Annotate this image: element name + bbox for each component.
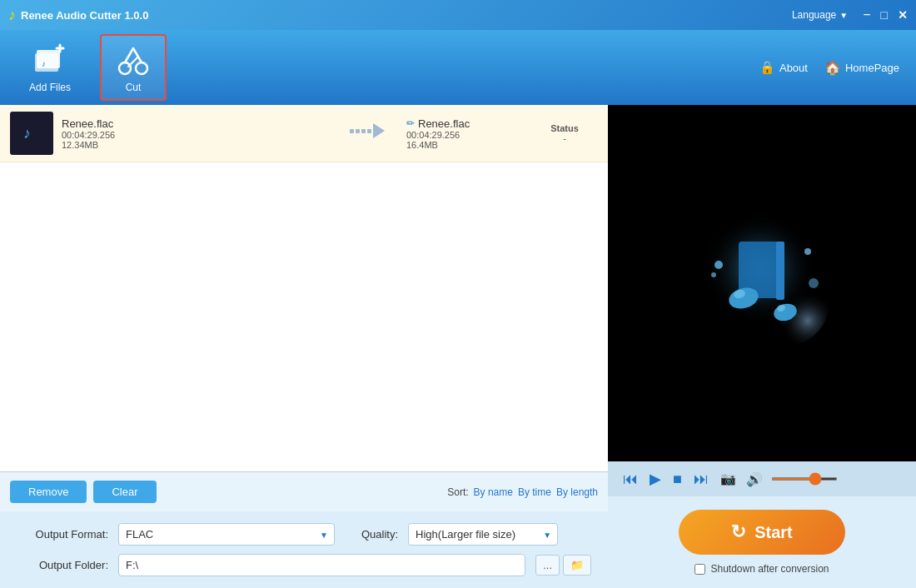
output-filename: ✏ Renee.flac: [406, 117, 523, 130]
about-label: About: [779, 62, 808, 74]
cut-icon: [115, 42, 152, 78]
folder-label: Output Folder:: [17, 559, 108, 571]
play-button[interactable]: ▶: [648, 468, 663, 490]
shutdown-checkbox[interactable]: [694, 564, 705, 575]
svg-point-28: [809, 278, 819, 288]
svg-rect-1: [35, 53, 58, 72]
svg-text:♪: ♪: [42, 59, 46, 68]
remove-button[interactable]: Remove: [10, 481, 87, 503]
start-button[interactable]: ↺ Start: [679, 510, 845, 555]
folder-buttons: ... 📁: [535, 555, 591, 576]
svg-point-5: [119, 62, 131, 74]
status-badge: -: [531, 133, 598, 143]
cut-button[interactable]: Cut: [100, 34, 167, 101]
start-label: Start: [754, 523, 793, 542]
status-label: Status: [531, 123, 598, 133]
svg-rect-13: [356, 129, 360, 133]
source-size: 12.34MB: [62, 140, 331, 150]
quality-select-wrapper: High(Larger file size) Medium Low: [408, 523, 558, 546]
sort-by-time-link[interactable]: By time: [518, 486, 551, 498]
folder-row: Output Folder: ... 📁: [17, 554, 591, 576]
sort-area: Sort: By name By time By length: [447, 486, 598, 498]
svg-point-25: [714, 261, 723, 269]
svg-text:♪: ♪: [23, 125, 31, 142]
format-row: Output Format: FLAC MP3 AAC WAV Quality:…: [17, 523, 591, 546]
edit-icon: ✏: [406, 117, 415, 129]
music-visual: [695, 217, 829, 350]
main-layout: ♪ Renee.flac 00:04:29.256 12.34MB: [0, 105, 916, 588]
toolbar: ♪ Add Files Cut 🔒 About 🏠 HomePage: [0, 30, 916, 105]
homepage-label: HomePage: [845, 62, 899, 74]
file-thumbnail: ♪: [10, 112, 53, 155]
svg-rect-10: [17, 118, 47, 148]
svg-point-26: [711, 272, 716, 277]
file-list: ♪ Renee.flac 00:04:29.256 12.34MB: [0, 105, 608, 472]
app-logo-icon: ♪: [8, 7, 16, 24]
sort-by-name-link[interactable]: By name: [474, 486, 513, 498]
skip-forward-button[interactable]: ⏭: [692, 469, 710, 490]
player-controls: ⏮ ▶ ■ ⏭ 📷 🔊: [608, 461, 916, 496]
skip-back-button[interactable]: ⏮: [621, 469, 640, 490]
stop-button[interactable]: ■: [671, 469, 684, 490]
arrow-icon: [340, 122, 398, 145]
quality-select[interactable]: High(Larger file size) Medium Low: [408, 523, 558, 546]
camera-icon: 📷: [720, 471, 736, 486]
shutdown-label: Shutdown after conversion: [710, 563, 829, 575]
about-link[interactable]: 🔒 About: [759, 60, 808, 75]
volume-slider[interactable]: [771, 477, 838, 481]
status-area: Status -: [531, 123, 598, 143]
add-files-icon: ♪: [32, 42, 68, 78]
window-controls: − □ ✕: [863, 8, 908, 22]
play-icon: ▶: [650, 470, 661, 488]
right-panel: ⏮ ▶ ■ ⏭ 📷 🔊 ↺ Start: [608, 105, 916, 588]
list-controls: Remove Clear Sort: By name By time By le…: [0, 472, 608, 511]
volume-icon: 🔊: [746, 471, 763, 487]
output-size: 16.4MB: [406, 140, 523, 150]
svg-rect-14: [361, 129, 366, 133]
format-label: Output Format:: [17, 528, 108, 541]
add-files-button[interactable]: ♪ Add Files: [17, 34, 83, 101]
clear-button[interactable]: Clear: [93, 481, 156, 503]
source-duration: 00:04:29.256: [62, 130, 331, 140]
table-row: ♪ Renee.flac 00:04:29.256 12.34MB: [0, 105, 608, 162]
svg-rect-12: [350, 129, 354, 133]
open-folder-button[interactable]: 📁: [563, 555, 591, 576]
title-bar: ♪ Renee Audio Cutter 1.0.0 Language ▼ − …: [0, 0, 916, 30]
refresh-icon: ↺: [731, 521, 746, 543]
output-settings: Output Format: FLAC MP3 AAC WAV Quality:…: [0, 511, 608, 588]
close-button[interactable]: ✕: [898, 9, 908, 21]
output-file-info: ✏ Renee.flac 00:04:29.256 16.4MB: [406, 117, 523, 150]
left-panel: ♪ Renee.flac 00:04:29.256 12.34MB: [0, 105, 608, 588]
source-filename: Renee.flac: [62, 117, 331, 130]
language-selector[interactable]: Language ▼: [792, 9, 848, 21]
toolbar-right: 🔒 About 🏠 HomePage: [759, 60, 899, 76]
svg-rect-20: [776, 242, 784, 300]
app-title: Renee Audio Cutter 1.0.0: [21, 9, 792, 22]
svg-point-27: [804, 248, 811, 255]
skip-forward-icon: ⏭: [694, 471, 709, 488]
start-section: ↺ Start Shutdown after conversion: [608, 496, 916, 588]
stop-icon: ■: [673, 471, 682, 488]
sort-label: Sort:: [447, 486, 468, 498]
preview-area: [608, 105, 916, 461]
browse-button[interactable]: ...: [535, 555, 560, 576]
home-icon: 🏠: [824, 60, 841, 76]
skip-back-icon: ⏮: [623, 471, 638, 488]
cut-label: Cut: [126, 82, 142, 93]
sort-by-length-link[interactable]: By length: [556, 486, 598, 498]
svg-line-7: [125, 48, 133, 62]
language-label: Language: [792, 9, 836, 21]
source-file-info: Renee.flac 00:04:29.256 12.34MB: [62, 117, 331, 150]
svg-rect-15: [367, 129, 371, 133]
homepage-link[interactable]: 🏠 HomePage: [824, 60, 899, 76]
shutdown-row: Shutdown after conversion: [694, 563, 829, 575]
format-select[interactable]: FLAC MP3 AAC WAV: [118, 523, 335, 546]
lock-icon: 🔒: [759, 60, 775, 75]
quality-label: Quality:: [361, 528, 398, 541]
svg-point-6: [136, 62, 147, 74]
minimize-button[interactable]: −: [863, 8, 870, 22]
screenshot-button[interactable]: 📷: [719, 470, 738, 488]
maximize-button[interactable]: □: [881, 9, 888, 21]
folder-input[interactable]: [118, 554, 525, 576]
add-files-label: Add Files: [29, 82, 71, 93]
